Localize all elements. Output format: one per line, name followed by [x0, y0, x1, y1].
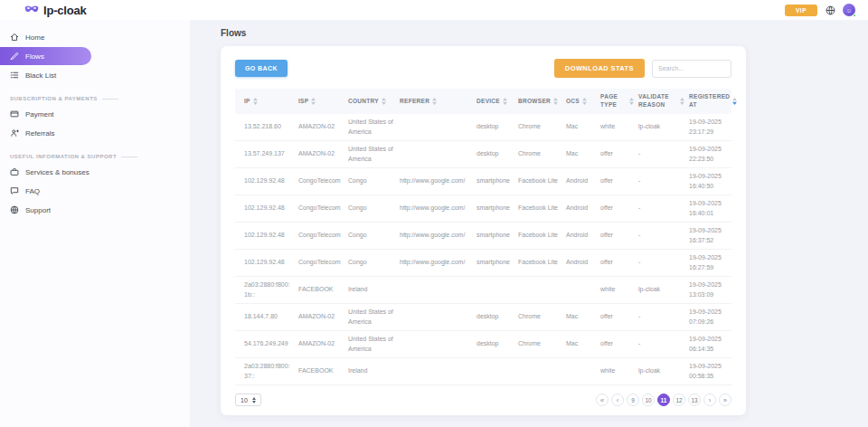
column-header-ocs[interactable]: OCS [566, 89, 600, 114]
user-avatar[interactable]: ☺ [843, 4, 855, 16]
cell-ocs: Android [566, 195, 600, 222]
cell-referer [400, 277, 476, 303]
online-status-dot [853, 14, 857, 18]
sidebar-item-black-list[interactable]: Black List [0, 66, 190, 84]
sort-icon [253, 98, 258, 105]
cell-country: United States of America [348, 114, 400, 140]
cell-browser: Facebook Lite [518, 223, 566, 249]
column-header-country[interactable]: COUNTRY [348, 89, 400, 114]
pagination-page-12[interactable]: 12 [673, 394, 685, 406]
cell-device: desktop [476, 331, 518, 357]
brand-name: lp-cloak [43, 4, 87, 17]
column-header-validate-reason[interactable]: VALIDATE REASON [638, 89, 689, 114]
column-header-page-type[interactable]: PAGE TYPE [600, 89, 638, 114]
language-globe-icon[interactable] [825, 5, 835, 15]
column-label: VALIDATE REASON [638, 93, 677, 109]
black-list-icon [10, 71, 19, 80]
pagination-last-button[interactable]: » [719, 394, 731, 406]
table-row: 102.129.92.48CongoTelecomCongohttp://www… [235, 168, 731, 195]
pagination: «‹910111213›» [596, 394, 731, 406]
cell-browser: Facebook Lite [518, 168, 566, 195]
cell-ip: 102.129.92.48 [235, 223, 298, 249]
cell-referer: http://www.google.com/ [400, 250, 476, 276]
sidebar-item-services[interactable]: Services & bonuses [0, 163, 190, 181]
pagination-page-11[interactable]: 11 [657, 394, 670, 406]
cell-referer: http://www.google.com/ [400, 168, 476, 195]
table-row: 13.57.249.137AMAZON-02United States of A… [235, 141, 731, 168]
pagination-prev-button[interactable]: ‹ [611, 394, 624, 406]
cell-country: United States of America [348, 304, 400, 330]
column-header-registered-at[interactable]: REGISTERED AT [689, 89, 741, 114]
cell-device: smartphone [476, 168, 518, 195]
page-title: Flows [221, 28, 868, 38]
table-row: 2a03:2880:f800:1b::FACEBOOKIrelandwhitel… [235, 277, 731, 304]
column-header-ip[interactable]: IP [235, 89, 298, 114]
spinner-icon [252, 397, 256, 403]
cell-ip: 13.57.249.137 [235, 141, 298, 167]
cell-page-type: white [600, 277, 638, 303]
sidebar-item-payment[interactable]: Payment [0, 105, 190, 123]
pagination-page-10[interactable]: 10 [642, 394, 655, 406]
cell-ocs: Android [566, 250, 600, 276]
pagination-first-button[interactable]: « [596, 394, 609, 406]
sidebar-item-home[interactable]: Home [0, 28, 190, 46]
cell-country: United States of America [348, 331, 400, 357]
sidebar-item-flows[interactable]: Flows [0, 47, 91, 65]
column-label: REGISTERED AT [689, 93, 730, 109]
sort-icon [432, 98, 437, 105]
sidebar-item-support[interactable]: Support [0, 201, 190, 219]
sort-icon [311, 98, 316, 105]
search-input[interactable] [652, 60, 731, 78]
cell-registered-at: 19-09-2025 16:27:59 [689, 250, 731, 276]
cell-page-type: offer [600, 304, 638, 330]
cell-registered-at: 19-09-2025 16:37:52 [689, 223, 731, 249]
go-back-button[interactable]: GO BACK [235, 60, 288, 77]
cell-registered-at: 19-09-2025 06:14:35 [689, 331, 731, 357]
toolbar: GO BACK DOWNLOAD STATS [235, 59, 731, 78]
cell-validate-reason: - [638, 223, 689, 249]
cell-country: Congo [348, 250, 400, 276]
table-row: 102.129.92.48CongoTelecomCongohttp://www… [235, 223, 731, 250]
pagination-page-9[interactable]: 9 [627, 394, 639, 406]
cell-country: Ireland [348, 277, 400, 303]
cell-browser [518, 358, 566, 384]
cell-isp: CongoTelecom [298, 168, 348, 195]
sidebar-item-referrals[interactable]: Referrals [0, 124, 190, 142]
cell-page-type: offer [600, 223, 638, 249]
column-header-browser[interactable]: BROWSER [518, 89, 566, 114]
cell-ip: 102.129.92.48 [235, 250, 298, 276]
pagination-next-button[interactable]: › [703, 394, 716, 406]
vip-button[interactable]: VIP [785, 5, 817, 16]
column-header-isp[interactable]: ISP [298, 89, 348, 114]
cell-device: smartphone [476, 250, 518, 276]
table-row: 102.129.92.48CongoTelecomCongohttp://www… [235, 250, 731, 277]
sidebar-section-support: Useful information & support [10, 154, 190, 159]
brand-logo[interactable]: lp-cloak [24, 2, 87, 18]
pagination-page-13[interactable]: 13 [688, 394, 701, 406]
cell-device: desktop [476, 114, 518, 140]
cell-isp: AMAZON-02 [298, 141, 348, 167]
cell-page-type: offer [600, 168, 638, 195]
sidebar-item-faq[interactable]: FAQ [0, 182, 190, 200]
cell-registered-at: 19-09-2025 16:40:01 [689, 195, 731, 222]
flows-table: IPISPCOUNTRYREFERERDEVICEBROWSEROCSPAGE … [235, 89, 731, 385]
home-icon [10, 33, 19, 42]
cell-ocs [566, 277, 600, 303]
page-size-select[interactable]: 10 [235, 394, 261, 406]
cell-page-type: white [600, 114, 638, 140]
column-header-device[interactable]: DEVICE [476, 89, 518, 114]
cell-browser: Facebook Lite [518, 250, 566, 276]
cell-validate-reason: - [638, 168, 689, 195]
sort-icon [582, 98, 587, 105]
cell-registered-at: 19-09-2025 22:23:50 [689, 141, 731, 167]
cell-registered-at: 19-09-2025 13:03:09 [689, 277, 731, 303]
cell-isp: AMAZON-02 [298, 114, 348, 140]
download-stats-button[interactable]: DOWNLOAD STATS [554, 59, 645, 78]
cell-country: United States of America [348, 141, 400, 167]
column-header-referer[interactable]: REFERER [400, 89, 476, 114]
cell-ocs [566, 358, 600, 384]
cell-browser: Chrome [518, 304, 566, 330]
cell-isp: FACEBOOK [298, 277, 348, 303]
sidebar: Home Flows Black List Subscription & Pay… [0, 20, 190, 427]
cell-page-type: offer [600, 141, 638, 167]
